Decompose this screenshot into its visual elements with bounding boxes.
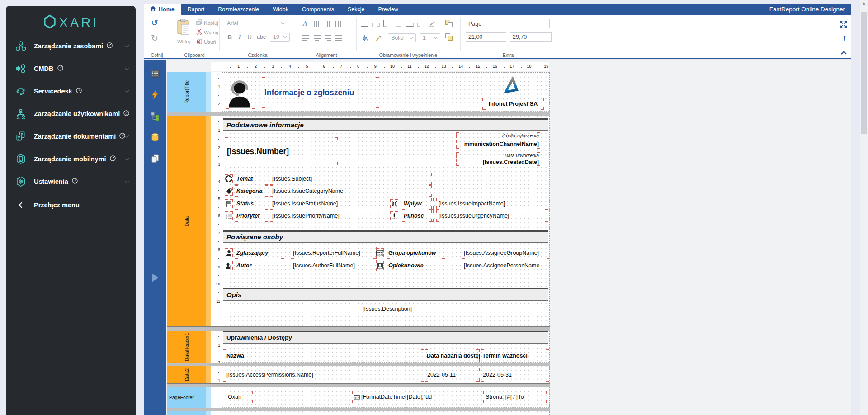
events-panel-button[interactable] — [144, 84, 166, 105]
reporter-label[interactable]: Zgłaszający — [235, 247, 284, 259]
reporter-value[interactable]: [Issues.ReporterFullName] — [291, 247, 377, 259]
band-separator[interactable] — [167, 326, 550, 331]
urgency-label[interactable]: Pilność — [402, 210, 434, 222]
border-all-button[interactable] — [361, 20, 368, 27]
font-size-select[interactable]: 10 — [270, 33, 290, 42]
band-label-data[interactable]: Data — [167, 116, 206, 326]
subject-label[interactable]: Temat — [235, 173, 268, 185]
sidebar-item-mobilne[interactable]: Zarządzanie mobilnymi — [6, 148, 136, 170]
reporter-icon-object[interactable] — [225, 248, 233, 257]
collapse-ribbon-button[interactable] — [839, 48, 848, 56]
band-label-data2[interactable]: Data2 — [167, 366, 206, 383]
sidebar-item-uzytkownicy[interactable]: Zarządzanie użytkownikami — [6, 103, 136, 125]
subject-icon-object[interactable] — [225, 174, 233, 183]
properties-panel-button[interactable] — [144, 63, 166, 84]
sidebar-toggle-menu[interactable]: Przełącz menu — [6, 194, 136, 216]
assignee-value[interactable]: [Issues.AssigneePersonName — [462, 260, 550, 271]
company-name-text[interactable]: Infonet Projekt SA — [482, 98, 544, 110]
fullscreen-button[interactable] — [839, 20, 848, 28]
section-header-description[interactable]: Opis — [223, 288, 548, 301]
band-label-reporttitle[interactable]: ReportTitle — [167, 72, 206, 112]
section-header-permissions[interactable]: Uprawnienia / Dostępy — [223, 331, 548, 344]
font-family-select[interactable]: Arial — [224, 19, 288, 28]
field-created-date[interactable]: [Issues.CreatedDate] — [456, 159, 540, 166]
report-logo-image[interactable] — [226, 75, 255, 109]
sidebar-item-servicedesk[interactable]: Servicedesk — [6, 80, 136, 103]
valign-top-button[interactable] — [313, 20, 321, 28]
border-right-button[interactable] — [417, 20, 425, 27]
author-icon-object[interactable] — [225, 261, 233, 270]
priority-icon-object[interactable] — [225, 211, 233, 220]
urgency-value[interactable]: [Issues.IssueUrgencyName] — [436, 210, 548, 222]
table-cell-grant-date[interactable]: 2022-05-11 — [425, 368, 480, 382]
scrollbar-thumb[interactable] — [861, 12, 867, 134]
subject-value[interactable]: [Issues.Subject] — [270, 173, 432, 185]
band-separator[interactable] — [167, 383, 550, 387]
page-height-input[interactable] — [510, 32, 552, 42]
category-label[interactable]: Kategoria — [235, 185, 268, 197]
group-value[interactable]: [Issues.AssigneeGroupName] — [462, 247, 550, 259]
table-cell-permission-name[interactable]: [Issues.AccessPermissions.Name] — [223, 368, 424, 382]
underline-button[interactable]: U — [245, 33, 254, 41]
description-value[interactable]: [Issues.Description] — [225, 303, 547, 315]
redo-button[interactable]: ↻ — [151, 34, 158, 42]
sidebar-item-cmdb[interactable]: CMDB — [6, 57, 136, 80]
italic-button[interactable]: I — [236, 33, 244, 41]
table-header-name[interactable]: Nazwa — [223, 349, 424, 363]
expand-panel-arrow[interactable] — [152, 273, 158, 282]
border-top-button[interactable] — [395, 20, 402, 27]
footer-company-text[interactable]: Oxari — [226, 391, 253, 403]
group-icon-object[interactable] — [376, 248, 384, 257]
align-justify-button[interactable] — [335, 35, 342, 41]
table-header-expiry[interactable]: Termin ważności — [481, 349, 549, 363]
bold-button[interactable]: B — [226, 33, 234, 41]
vertical-scrollbar[interactable] — [860, 0, 868, 415]
border-edit-button[interactable] — [429, 20, 436, 27]
band-label-pagefooter[interactable]: PageFooter — [167, 387, 206, 408]
border-bottom-button[interactable] — [406, 20, 414, 27]
border-width-select[interactable]: 1 — [420, 33, 440, 42]
valign-middle-button[interactable] — [324, 20, 332, 28]
field-source-label[interactable]: Źródło zgłoszenia — [456, 132, 540, 138]
sidebar-item-ustawienia[interactable]: Ustawienia — [6, 170, 136, 193]
page-name-input[interactable] — [466, 19, 550, 28]
tab-home[interactable]: Home — [144, 4, 181, 15]
band-separator[interactable] — [167, 112, 550, 116]
author-value[interactable]: [Issues.AuthorFullName] — [291, 260, 377, 271]
info-button[interactable]: i — [840, 35, 849, 43]
impact-icon-object[interactable] — [390, 199, 398, 208]
footer-date-text[interactable]: [FormatDateTime([Date],"dd — [352, 391, 436, 403]
status-label[interactable]: Status — [235, 198, 268, 210]
tab-components[interactable]: Components — [295, 4, 341, 15]
author-label[interactable]: Autor — [235, 260, 284, 271]
band-label-dataheader1[interactable]: DataHeader1 — [167, 331, 206, 363]
data-panel-button[interactable] — [144, 126, 166, 148]
fill-color-button[interactable] — [361, 34, 369, 42]
font-color-button[interactable]: A — [301, 19, 309, 28]
page-width-input[interactable] — [466, 32, 506, 42]
brush-icon[interactable] — [374, 34, 382, 42]
delete-button[interactable]: Usuń — [196, 38, 216, 45]
impact-label[interactable]: Wpływ — [402, 198, 434, 210]
field-issue-number[interactable]: [Issues.Number] — [225, 137, 338, 165]
valign-bottom-button[interactable] — [335, 20, 343, 28]
tab-sekcje[interactable]: Sekcje — [341, 4, 372, 15]
copy-button[interactable]: Kopiuj — [196, 19, 218, 26]
tab-raport[interactable]: Raport — [181, 4, 212, 15]
tab-preview[interactable]: Preview — [371, 4, 405, 15]
band-separator[interactable] — [167, 363, 550, 366]
table-header-grant-date[interactable]: Data nadania dostępu — [425, 349, 480, 363]
urgency-icon-object[interactable] — [390, 211, 398, 220]
band-label-next[interactable] — [167, 411, 206, 415]
border-none-button[interactable] — [372, 20, 380, 27]
status-icon-object[interactable] — [225, 199, 233, 208]
align-right-button[interactable] — [325, 35, 331, 41]
category-icon-object[interactable] — [225, 187, 233, 196]
group-label[interactable]: Grupa opiekunów — [387, 247, 445, 259]
tab-rozmieszczenie[interactable]: Rozmieszczenie — [211, 4, 266, 15]
assignee-label[interactable]: Opiekunowie — [387, 260, 445, 271]
band-separator[interactable] — [167, 408, 550, 411]
sidebar-item-dokumenty[interactable]: Zarządzanie dokumentami — [6, 125, 136, 148]
undo-button[interactable]: ↺ — [151, 19, 158, 27]
align-left-button[interactable] — [302, 35, 309, 41]
